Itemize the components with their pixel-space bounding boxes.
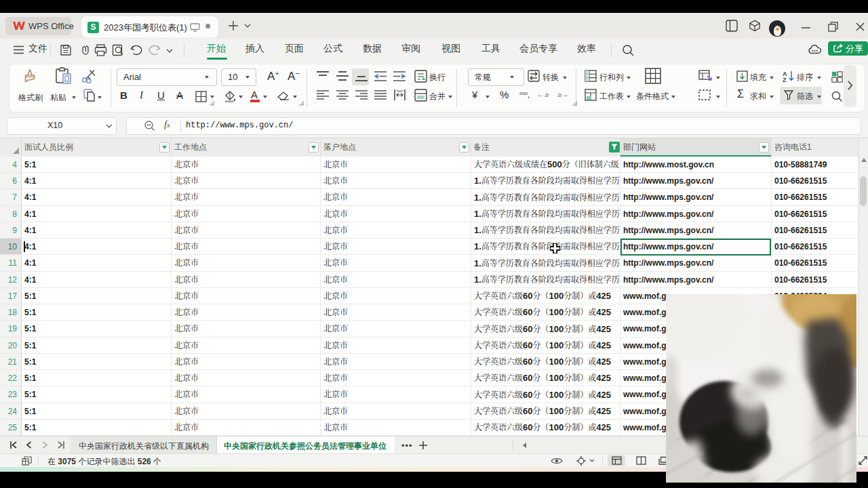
svg-text:Z: Z <box>783 77 787 83</box>
